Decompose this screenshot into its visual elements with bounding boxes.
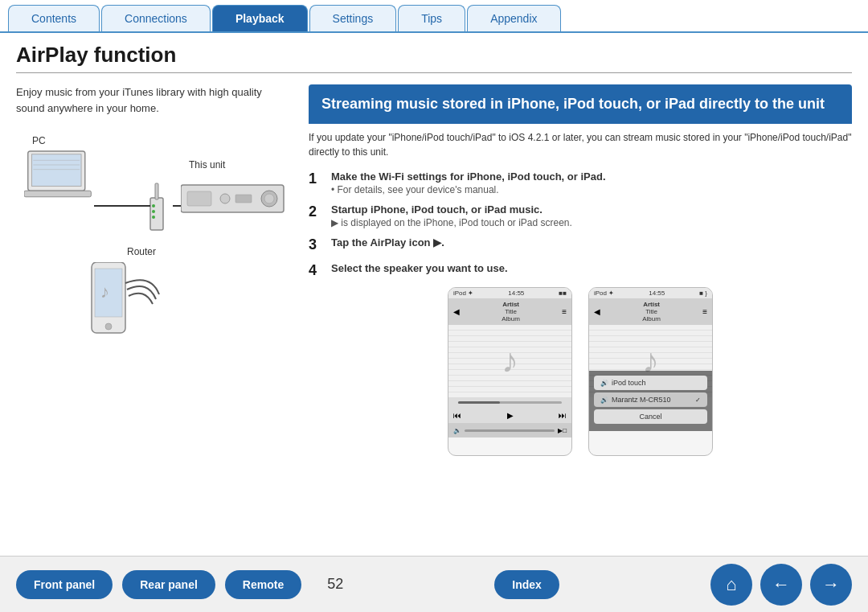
main-content: AirPlay function Enjoy music from your i… [0, 33, 868, 548]
tab-tips[interactable]: Tips [398, 5, 465, 31]
nav-tabs: Contents Connections Playback Settings T… [0, 0, 868, 33]
svg-point-8 [264, 194, 274, 203]
svg-point-10 [220, 194, 230, 203]
svg-rect-11 [235, 195, 252, 203]
pc-icon [24, 143, 96, 204]
phone2-menu: ≡ [702, 307, 707, 316]
phone2-time: 14:55 [649, 290, 665, 297]
screenshots-row: iPod ✦ 14:55 ■■ ◀ Artist Title Album ≡ [309, 287, 852, 456]
step-4-title: Select the speaker you want to use. [331, 262, 508, 274]
checkmark-icon: ✓ [695, 396, 701, 404]
play-icon: ▶ [507, 411, 514, 420]
step-3-title: Tap the AirPlay icon ▶. [331, 236, 444, 248]
volume-slider [465, 429, 555, 432]
phone2-artist: Artist [643, 301, 660, 308]
phone1-time: 14:55 [508, 290, 524, 297]
phone2-battery: ■ } [699, 290, 707, 297]
step-1-num: 1 [309, 170, 325, 188]
phone-screenshot-2: iPod ✦ 14:55 ■ } ◀ Artist Title Album ≡ [588, 287, 713, 456]
connection-line [94, 205, 150, 207]
svg-point-14 [152, 204, 155, 207]
left-panel: Enjoy music from your iTunes library wit… [16, 84, 289, 548]
tab-playback[interactable]: Playback [212, 5, 308, 31]
airplay-icon: ▶□ [558, 427, 567, 434]
speaker-list: 🔊 iPod touch 🔊 Marantz M-CR510 ✓ Cancel [589, 371, 712, 431]
forward-button[interactable]: → [810, 564, 852, 606]
volume-icon: 🔈 [453, 427, 461, 434]
phone2-back: ◀ [594, 307, 600, 316]
phone2-album: Album [642, 315, 661, 322]
steps-list: 1 Make the Wi-Fi settings for iPhone, iP… [309, 170, 852, 279]
tab-appendix[interactable]: Appendix [467, 5, 560, 31]
page-number: 52 [327, 576, 343, 593]
phone2-status-bar: iPod ✦ 14:55 ■ } [589, 288, 712, 298]
phone1-controls: ⏮ ▶ ⏭ [448, 408, 571, 423]
phone2-header: ◀ Artist Title Album ≡ [589, 298, 712, 325]
phone2-carrier: iPod ✦ [594, 290, 614, 297]
intro-text: Enjoy music from your iTunes library wit… [16, 84, 289, 116]
back-button[interactable]: ← [760, 564, 802, 606]
content-row: Enjoy music from your iTunes library wit… [16, 84, 852, 548]
step-3-content: Tap the AirPlay icon ▶. [331, 236, 444, 248]
phone1-progress-fill [458, 401, 500, 404]
router-icon [141, 182, 173, 245]
connection-line2 [173, 205, 181, 207]
prev-icon: ⏮ [453, 411, 461, 420]
step-1-title: Make the Wi-Fi settings for iPhone, iPod… [331, 170, 606, 183]
step-3-num: 3 [309, 236, 325, 254]
phone1-back: ◀ [453, 307, 460, 316]
svg-rect-13 [155, 183, 158, 199]
phone1-status-bar: iPod ✦ 14:55 ■■ [448, 288, 571, 298]
step-1-content: Make the Wi-Fi settings for iPhone, iPod… [331, 170, 606, 195]
speaker-check-icon: 🔊 [600, 380, 608, 387]
home-button[interactable]: ⌂ [710, 564, 752, 606]
unit-icon [181, 182, 285, 219]
phone2-title: Title [645, 308, 657, 315]
step-4-content: Select the speaker you want to use. [331, 262, 508, 274]
speaker-marantz-label: Marantz M-CR510 [612, 396, 671, 404]
music-note-icon: ♪ [502, 342, 518, 380]
phone1-album: Album [502, 315, 520, 322]
phone1-progress-area [448, 397, 571, 408]
phone-screenshot-1: iPod ✦ 14:55 ■■ ◀ Artist Title Album ≡ [448, 287, 572, 456]
front-panel-button[interactable]: Front panel [16, 570, 113, 599]
remote-button[interactable]: Remote [225, 570, 301, 599]
phone1-artist: Artist [502, 301, 519, 308]
step-2-num: 2 [309, 203, 325, 221]
svg-point-15 [152, 210, 155, 213]
step-2: 2 Startup iPhone, iPod touch, or iPad mu… [309, 203, 852, 228]
step-1-sub: • For details, see your device's manual. [331, 184, 606, 195]
svg-rect-2 [24, 191, 91, 197]
step-2-title: Startup iPhone, iPod touch, or iPad musi… [331, 203, 572, 216]
step-2-sub: ▶ is displayed on the iPhone, iPod touch… [331, 217, 572, 228]
step-1: 1 Make the Wi-Fi settings for iPhone, iP… [309, 170, 852, 195]
tab-contents[interactable]: Contents [8, 5, 100, 31]
svg-point-19 [105, 323, 112, 330]
phone1-progress-bar [458, 401, 562, 404]
speaker-marantz-icon: 🔊 [600, 396, 608, 404]
svg-rect-12 [150, 198, 163, 230]
tab-settings[interactable]: Settings [309, 5, 397, 31]
speaker-cancel-btn[interactable]: Cancel [594, 409, 707, 424]
tab-connections[interactable]: Connections [101, 5, 211, 31]
speaker-ipod-touch: 🔊 iPod touch [594, 376, 707, 390]
phone1-title: Title [505, 308, 517, 315]
diagram: PC This unit [16, 127, 273, 352]
svg-point-16 [152, 216, 155, 219]
page-title: AirPlay function [16, 33, 852, 73]
phone1-battery: ■■ [559, 290, 567, 297]
right-panel: Streaming music stored in iPhone, iPod t… [309, 84, 852, 548]
step-3: 3 Tap the AirPlay icon ▶. [309, 236, 852, 254]
phone1-carrier: iPod ✦ [453, 290, 473, 297]
svg-rect-9 [187, 191, 211, 206]
section-intro: If you update your "iPhone/iPod touch/iP… [309, 130, 852, 159]
footer-nav-buttons: ⌂ ← → [710, 564, 852, 606]
section-header: Streaming music stored in iPhone, iPod t… [309, 84, 852, 124]
next-icon: ⏭ [559, 411, 567, 420]
step-4-num: 4 [309, 262, 325, 280]
index-button[interactable]: Index [494, 570, 559, 599]
phone1-header: ◀ Artist Title Album ≡ [448, 298, 571, 325]
footer: Front panel Rear panel Remote 52 Index ⌂… [0, 556, 868, 612]
phone2-info: Artist Title Album [642, 301, 661, 322]
rear-panel-button[interactable]: Rear panel [122, 570, 215, 599]
